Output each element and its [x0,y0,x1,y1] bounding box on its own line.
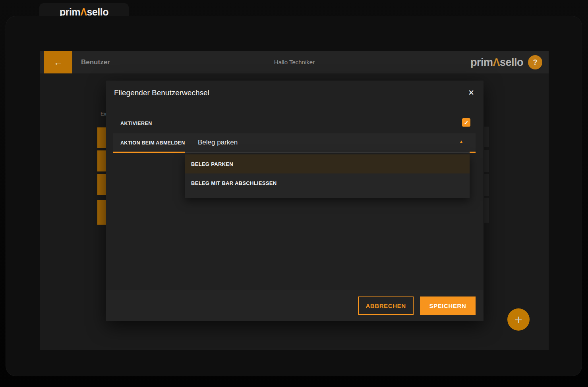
background-row-edge [484,150,489,172]
save-button[interactable]: SPEICHERN [420,297,476,315]
background-row-accent [97,150,107,171]
modal-footer: ABBRECHEN SPEICHERN [106,290,484,321]
close-button[interactable]: ✕ [466,87,477,98]
cancel-button[interactable]: ABBRECHEN [358,297,414,315]
dropdown-option-beleg-parken[interactable]: BELEG PARKEN [185,154,470,173]
dropdown-option-label: BELEG MIT BAR ABSCHLIESSEN [191,180,277,186]
close-icon: ✕ [468,89,474,97]
logout-action-select[interactable]: AKTION BEIM ABMELDEN Beleg parken ▲ [113,133,476,153]
brand-logo: primΛsello [470,51,523,73]
activate-label: AKTIVIEREN [120,121,152,126]
background-row-accent [97,127,107,148]
page-title: Benutzer [81,51,110,73]
add-button[interactable]: + [507,308,530,331]
caret-up-icon: ▲ [459,139,464,144]
field-underline-accent [470,152,476,153]
modal-title: Fliegender Benutzerwechsel [114,89,209,97]
question-mark-icon: ? [533,58,538,67]
brand-logo-suffix: sello [500,56,523,68]
label-underline [113,152,185,153]
help-button[interactable]: ? [528,55,542,69]
background-row-edge [484,127,489,147]
field-underline [185,152,470,153]
app-header: ← Hallo Techniker Benutzer primΛsello ? [40,51,549,73]
dropdown-option-label: BELEG PARKEN [191,161,233,167]
logout-action-dropdown: BELEG PARKEN BELEG MIT BAR ABSCHLIESSEN [185,154,470,198]
background-row-edge [484,198,489,223]
checkmark-icon: ✓ [464,119,469,126]
brand-logo-mark-icon: Λ [493,56,500,68]
dropdown-option-beleg-mit-bar[interactable]: BELEG MIT BAR ABSCHLIESSEN [185,173,470,193]
background-row-accent [97,200,107,225]
logout-action-value: Beleg parken [198,139,238,146]
background-row-accent [97,174,107,195]
user-switch-modal: Fliegender Benutzerwechsel ✕ AKTIVIEREN … [106,81,484,321]
brand-logo-prefix: prim [470,56,493,68]
background-row-edge [484,174,489,196]
logout-action-label: AKTION BEIM ABMELDEN [120,140,185,146]
activate-checkbox[interactable]: ✓ [462,118,470,127]
